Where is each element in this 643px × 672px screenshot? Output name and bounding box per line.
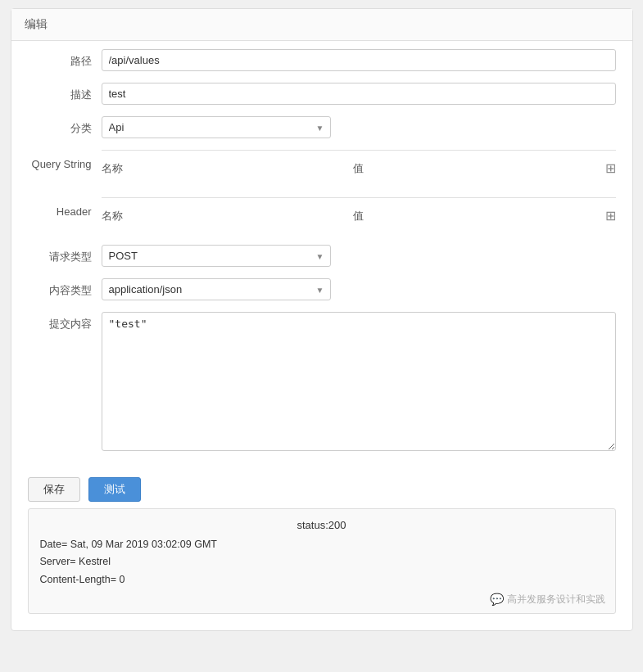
desc-input[interactable] (102, 83, 616, 105)
button-row: 保存 测试 (11, 471, 632, 508)
path-label: 路径 (28, 49, 102, 69)
header-label: Header (28, 197, 102, 218)
result-status: status:200 (40, 519, 604, 531)
header-name-header: 名称 (102, 209, 354, 223)
header-value-header: 值 (353, 209, 605, 223)
request-type-select-wrapper: GET POST PUT DELETE PATCH ▼ (102, 245, 331, 267)
header-cols: 名称 值 ⊞ (102, 205, 616, 227)
request-type-select[interactable]: GET POST PUT DELETE PATCH (102, 245, 331, 267)
header-add-icon[interactable]: ⊞ (605, 208, 616, 223)
header-content: 名称 值 ⊞ (102, 197, 616, 233)
submit-content-label: 提交内容 (28, 312, 102, 331)
content-type-row: 内容类型 application/json application/xml te… (28, 278, 616, 300)
test-button[interactable]: 测试 (88, 477, 141, 502)
query-string-label: Query String (28, 150, 102, 170)
card-header: 编辑 (11, 9, 632, 41)
content-type-select[interactable]: application/json application/xml text/pl… (102, 278, 331, 300)
query-string-name-header: 名称 (102, 161, 354, 176)
submit-content-row: 提交内容 "test" (28, 312, 616, 451)
result-line3: Content-Length= 0 (40, 571, 604, 589)
query-string-row: Query String 名称 值 ⊞ (28, 150, 616, 197)
desc-row: 描述 (28, 83, 616, 105)
category-row: 分类 Api Service Other ▼ (28, 116, 616, 138)
submit-content-textarea[interactable]: "test" (102, 312, 616, 451)
save-button[interactable]: 保存 (28, 477, 80, 502)
result-line2: Server= Kestrel (40, 553, 604, 571)
category-select[interactable]: Api Service Other (102, 116, 331, 138)
path-row: 路径 (28, 49, 616, 71)
content-type-select-wrapper: application/json application/xml text/pl… (102, 278, 331, 300)
result-line1: Date= Sat, 09 Mar 2019 03:02:09 GMT (40, 536, 604, 553)
query-string-add-icon[interactable]: ⊞ (605, 160, 616, 176)
card-title: 编辑 (25, 17, 48, 30)
watermark-icon: 💬 (490, 593, 504, 606)
path-input[interactable] (102, 49, 616, 71)
request-type-label: 请求类型 (28, 245, 102, 264)
watermark: 💬 高并发服务设计和实践 (490, 593, 605, 607)
query-string-value-header: 值 (353, 161, 605, 176)
query-string-cols: 名称 值 ⊞ (102, 157, 616, 179)
request-type-row: 请求类型 GET POST PUT DELETE PATCH ▼ (28, 245, 616, 267)
content-type-label: 内容类型 (28, 278, 102, 298)
query-string-content: 名称 值 ⊞ (102, 150, 616, 186)
result-box: status:200 Date= Sat, 09 Mar 2019 03:02:… (28, 508, 616, 614)
form-body: 路径 描述 分类 Api Service Other ▼ Query Strin… (11, 41, 632, 471)
header-row: Header 名称 值 ⊞ (28, 197, 616, 245)
category-label: 分类 (28, 116, 102, 136)
desc-label: 描述 (28, 83, 102, 102)
category-select-wrapper: Api Service Other ▼ (102, 116, 331, 138)
watermark-text: 高并发服务设计和实践 (507, 593, 605, 607)
edit-card: 编辑 路径 描述 分类 Api Service Other ▼ (11, 8, 633, 631)
